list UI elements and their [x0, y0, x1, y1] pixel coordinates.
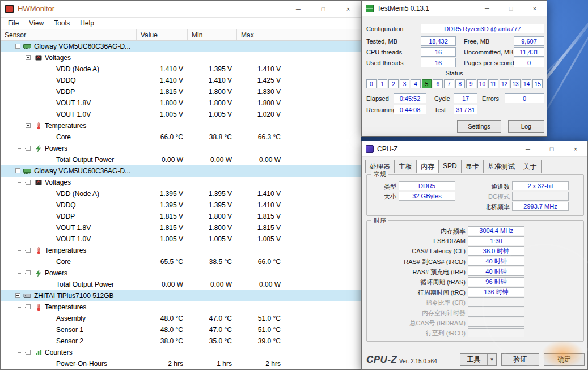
uncommitted-field: 11,431 [514, 47, 544, 57]
group-row[interactable]: Counters [1, 347, 361, 358]
group-row[interactable]: Voltages [1, 52, 361, 63]
expand-toggle[interactable] [26, 180, 31, 185]
group-row[interactable]: Powers [1, 267, 361, 279]
sensor-name: VOUT 1.0V [56, 110, 91, 118]
channels-field: 2 x 32-bit [512, 181, 569, 190]
sensor-row[interactable]: VOUT 1.8V1.815 V1.800 V1.815 V [1, 222, 361, 233]
cycle-label: Cycle [434, 95, 450, 102]
column-max[interactable]: Max [237, 29, 284, 40]
sensor-row[interactable]: VOUT 1.0V1.005 V1.005 V1.020 V [1, 109, 361, 120]
group-row[interactable]: Powers [1, 143, 361, 154]
maximize-button[interactable]: □ [540, 141, 564, 156]
minimize-button[interactable]: ─ [475, 1, 499, 16]
sensor-row[interactable]: VOUT 1.8V1.800 V1.800 V1.800 V [1, 97, 361, 109]
device-row[interactable]: Gloway VGM5UC60C36AG-D... [1, 41, 361, 52]
sensor-max: 39.0 °C [235, 337, 281, 345]
disk-icon [23, 292, 31, 300]
size-label: 大小 [367, 193, 396, 201]
group-label: Voltages [45, 178, 71, 186]
sensor-row[interactable]: Core65.5 °C38.5 °C66.0 °C [1, 256, 361, 267]
sensor-row[interactable]: Sensor 148.0 °C47.0 °C51.0 °C [1, 324, 361, 335]
menu-help[interactable]: Help [75, 18, 99, 28]
group-row[interactable]: Temperatures [1, 301, 361, 313]
sensor-max: 1.830 V [235, 88, 281, 96]
close-button[interactable]: × [523, 1, 547, 16]
sensor-row[interactable]: VDDP1.815 V1.800 V1.815 V [1, 211, 361, 222]
tab-关于[interactable]: 关于 [519, 160, 542, 173]
sensor-row[interactable]: Core66.0 °C38.8 °C66.3 °C [1, 131, 361, 143]
expand-toggle[interactable] [26, 304, 31, 309]
sensor-value: 66.0 °C [137, 133, 183, 141]
expand-toggle[interactable] [26, 55, 31, 60]
sensor-row[interactable]: VDDQ1.410 V1.410 V1.425 V [1, 75, 361, 86]
menu-view[interactable]: View [24, 18, 49, 28]
tools-button[interactable]: 工具 ▼ [460, 353, 497, 366]
timing-label: 循环周期 (tRAS) [367, 278, 466, 287]
expand-toggle[interactable] [26, 123, 31, 128]
group-label: Temperatures [45, 122, 86, 130]
sensor-min: 1.800 V [187, 212, 232, 220]
timing-field: 136 时钟 [468, 287, 524, 296]
minimize-button[interactable]: ─ [516, 141, 540, 156]
sensor-row[interactable]: VDD (Node A)1.395 V1.395 V1.410 V [1, 188, 361, 199]
group-row[interactable]: Voltages [1, 177, 361, 188]
sensor-row[interactable]: Total Output Power0.00 W0.00 W0.00 W [1, 279, 361, 290]
tab-SPD[interactable]: SPD [439, 160, 462, 173]
sensor-name: Sensor 2 [56, 337, 83, 345]
group-row[interactable]: Temperatures [1, 245, 361, 256]
sensor-row[interactable]: Total Output Power0.00 W0.00 W0.00 W [1, 154, 361, 165]
expand-toggle[interactable] [15, 44, 20, 49]
group-label: Temperatures [45, 303, 86, 311]
sensor-row[interactable]: VOUT 1.0V1.005 V1.005 V1.005 V [1, 233, 361, 245]
sensor-row[interactable]: VDD (Node A)1.410 V1.395 V1.410 V [1, 63, 361, 75]
expand-toggle[interactable] [26, 270, 31, 275]
group-row[interactable]: Temperatures [1, 120, 361, 131]
expand-toggle[interactable] [15, 293, 20, 298]
menu-tools[interactable]: Tools [49, 18, 75, 28]
column-filler [284, 29, 361, 40]
tab-基准测试[interactable]: 基准测试 [484, 160, 519, 173]
expand-toggle[interactable] [15, 168, 20, 173]
device-row[interactable]: ZHITAI TiPlus7100 512GB [1, 290, 361, 301]
tab-显卡[interactable]: 显卡 [462, 160, 484, 173]
sensor-name: VDDQ [56, 76, 76, 84]
column-value[interactable]: Value [137, 29, 188, 40]
hwmonitor-titlebar[interactable]: HWMonitor ─ □ × [1, 1, 361, 18]
testmem5-titlebar[interactable]: TestMem5 0.13.1 ─ □ × [362, 1, 547, 16]
sensor-row[interactable]: Sensor 238.0 °C35.0 °C39.0 °C [1, 335, 361, 347]
expand-toggle[interactable] [26, 146, 31, 151]
sensor-min: 1.395 V [187, 190, 232, 198]
sensor-max: 0.00 W [235, 156, 281, 164]
sensor-value: 1.005 V [137, 110, 183, 118]
sensor-row[interactable]: VDDP1.815 V1.800 V1.830 V [1, 86, 361, 97]
free-field: 9,607 [514, 36, 544, 46]
log-button[interactable]: Log [508, 120, 544, 133]
tree-connector [18, 256, 18, 267]
status-cell-7: 7 [444, 79, 454, 88]
column-min[interactable]: Min [188, 29, 237, 40]
expand-toggle[interactable] [26, 248, 31, 253]
cpuz-version: Ver. 2.15.0.x64 [399, 358, 437, 364]
remaining-field: 0:44:08 [394, 105, 426, 114]
device-row[interactable]: Gloway VGM5UC60C36AG-D... [1, 165, 361, 177]
cpuz-titlebar[interactable]: CPU-Z ─ □ × [362, 141, 587, 157]
tab-内存[interactable]: 内存 [417, 160, 439, 173]
sensor-row[interactable]: Power-On-Hours2 hrs1 hrs2 hrs [1, 358, 361, 369]
sensor-row[interactable]: Assembly48.0 °C47.0 °C51.0 °C [1, 313, 361, 324]
close-button[interactable]: × [336, 1, 361, 17]
settings-button[interactable]: Settings [457, 120, 501, 133]
minimize-button[interactable]: ─ [286, 1, 311, 17]
sensor-row[interactable]: VDDQ1.395 V1.395 V1.410 V [1, 199, 361, 211]
menu-file[interactable]: File [3, 18, 24, 28]
ok-button[interactable]: 确定 [544, 353, 585, 366]
chevron-down-icon[interactable]: ▼ [487, 354, 496, 365]
tab-主板[interactable]: 主板 [395, 160, 417, 173]
sensor-min: 1.005 V [187, 235, 232, 243]
validate-button[interactable]: 验证 [501, 353, 539, 366]
maximize-button[interactable]: □ [311, 1, 336, 17]
tools-button-label: 工具 [460, 355, 487, 364]
expand-toggle[interactable] [26, 350, 31, 355]
column-sensor[interactable]: Sensor [1, 29, 137, 40]
group-label: Temperatures [45, 246, 86, 254]
close-button[interactable]: × [564, 141, 587, 156]
